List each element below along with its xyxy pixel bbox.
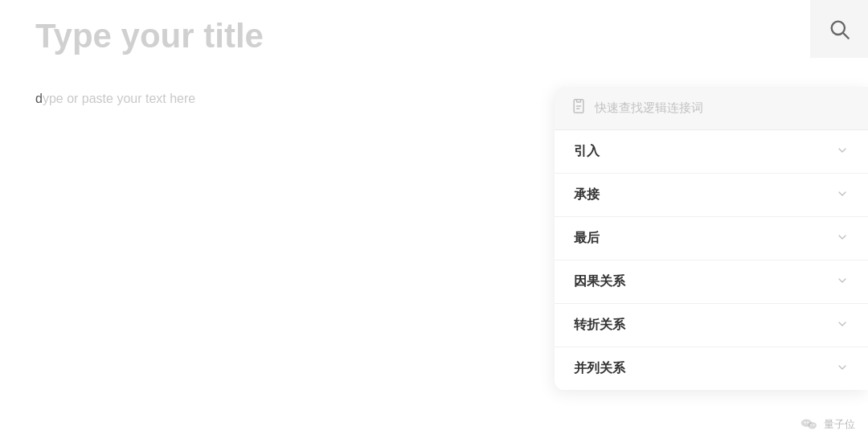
menu-item[interactable]: 转折关系	[555, 304, 868, 347]
chevron-down-icon	[836, 318, 849, 333]
watermark-text: 量子位	[824, 417, 855, 432]
svg-point-8	[807, 422, 809, 424]
watermark: 量子位	[800, 415, 855, 434]
svg-point-6	[808, 422, 817, 429]
page-title[interactable]: Type your title	[35, 16, 833, 56]
chevron-down-icon	[836, 361, 849, 376]
menu-item-label: 承接	[574, 187, 600, 203]
chevron-down-icon	[836, 144, 849, 159]
menu-item[interactable]: 因果关系	[555, 260, 868, 304]
dropdown-panel: 快速查找逻辑连接词 引入承接最后因果关系转折关系并列关系	[555, 87, 868, 390]
menu-item[interactable]: 承接	[555, 174, 868, 217]
menu-item-label: 并列关系	[574, 360, 625, 377]
wechat-logo	[800, 415, 819, 434]
chevron-down-icon	[836, 231, 849, 246]
clipboard-icon	[571, 98, 587, 118]
chevron-down-icon	[836, 187, 849, 203]
placeholder-text: ype or paste your text here	[43, 92, 195, 105]
svg-point-7	[805, 422, 806, 424]
menu-item[interactable]: 并列关系	[555, 347, 868, 390]
chevron-down-icon	[836, 274, 849, 289]
svg-point-10	[813, 424, 815, 426]
svg-point-9	[810, 424, 812, 426]
cursor-char: d	[35, 92, 43, 105]
svg-line-1	[843, 33, 848, 38]
search-icon	[828, 18, 850, 40]
menu-item[interactable]: 引入	[555, 130, 868, 174]
menu-item[interactable]: 最后	[555, 217, 868, 260]
menu-item-label: 因果关系	[574, 273, 625, 290]
menu-item-label: 转折关系	[574, 317, 625, 334]
main-container: Type your title dype or paste your text …	[0, 0, 868, 447]
menu-item-label: 最后	[574, 230, 600, 247]
search-button[interactable]	[810, 0, 868, 58]
search-bar-placeholder: 快速查找逻辑连接词	[595, 100, 703, 116]
menu-list: 引入承接最后因果关系转折关系并列关系	[555, 130, 868, 390]
svg-rect-2	[577, 100, 581, 102]
title-area: Type your title	[35, 16, 833, 56]
menu-item-label: 引入	[574, 143, 600, 160]
search-bar[interactable]: 快速查找逻辑连接词	[555, 87, 868, 130]
